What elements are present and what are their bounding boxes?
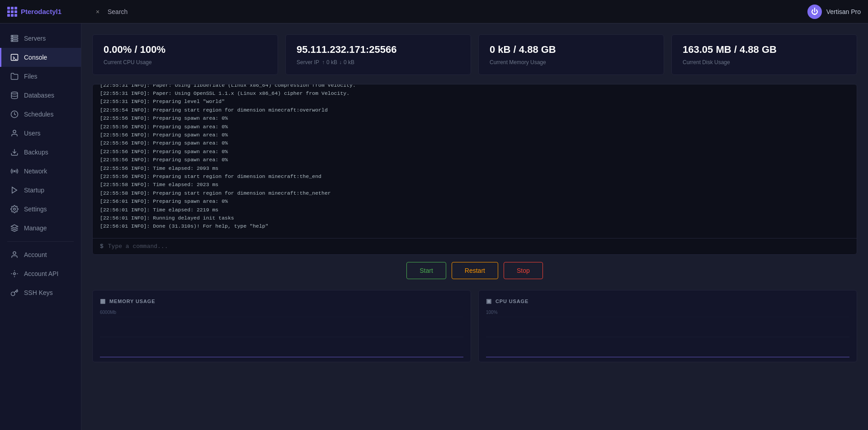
stats-row: 0.00% / 100% Current CPU Usage 95.111.23… bbox=[92, 34, 857, 75]
clock-icon bbox=[10, 110, 19, 118]
close-search-button[interactable]: × bbox=[92, 6, 103, 17]
logo-grid-icon bbox=[7, 7, 17, 17]
backup-icon bbox=[10, 148, 19, 156]
start-button[interactable]: Start bbox=[406, 262, 446, 279]
sidebar-item-account[interactable]: Account bbox=[0, 245, 81, 264]
stat-ip: 95.111.232.171:25566 Server IP ↑ 0 kB ↓ … bbox=[285, 34, 471, 75]
app-logo: Pterodactyl1 bbox=[7, 7, 89, 17]
search-area: × Search bbox=[92, 6, 127, 17]
sidebar-item-account-api[interactable]: Account API bbox=[0, 264, 81, 283]
app-title: Pterodactyl1 bbox=[21, 8, 61, 15]
svg-point-12 bbox=[14, 171, 15, 172]
download-value: 0 kB bbox=[344, 59, 354, 65]
svg-point-3 bbox=[12, 36, 13, 37]
cpu-chart-title: CPU USAGE bbox=[495, 299, 528, 304]
sidebar-item-files[interactable]: Files bbox=[0, 67, 81, 86]
main-layout: Servers Console Files Databases Schedule bbox=[0, 23, 868, 430]
svg-point-4 bbox=[12, 38, 13, 39]
memory-chart-area bbox=[100, 317, 463, 357]
account-icon bbox=[10, 251, 19, 259]
charts-row: ▦ MEMORY USAGE 6000Mb bbox=[92, 290, 857, 362]
network-icon bbox=[10, 167, 19, 175]
search-label: Search bbox=[108, 8, 127, 15]
main-content: 0.00% / 100% Current CPU Usage 95.111.23… bbox=[81, 23, 868, 430]
memory-value: 0 kB / 4.88 GB bbox=[490, 44, 653, 56]
svg-point-16 bbox=[14, 273, 16, 275]
cpu-chart-icon: ▣ bbox=[486, 298, 492, 304]
memory-chart-icon: ▦ bbox=[100, 298, 106, 304]
control-row: Start Restart Stop bbox=[92, 262, 857, 279]
user-name: Vertisan Pro bbox=[826, 8, 861, 15]
sidebar-item-users[interactable]: Users bbox=[0, 124, 81, 143]
restart-button[interactable]: Restart bbox=[452, 262, 498, 279]
svg-point-8 bbox=[11, 92, 18, 94]
manage-icon bbox=[10, 224, 19, 232]
sidebar-item-ssh-keys[interactable]: SSH Keys bbox=[0, 283, 81, 302]
stop-button[interactable]: Stop bbox=[504, 262, 543, 279]
sidebar-item-console[interactable]: Console bbox=[0, 48, 81, 67]
chart-cpu: ▣ CPU USAGE 100% bbox=[478, 290, 857, 362]
sidebar-item-settings[interactable]: Settings bbox=[0, 200, 81, 219]
svg-point-10 bbox=[13, 130, 16, 133]
memory-chart-title: MEMORY USAGE bbox=[109, 299, 156, 304]
stat-cpu: 0.00% / 100% Current CPU Usage bbox=[92, 34, 278, 75]
stat-disk: 163.05 MB / 4.88 GB Current Disk Usage bbox=[671, 34, 857, 75]
sidebar-item-databases[interactable]: Databases bbox=[0, 86, 81, 105]
user-profile: ⏻ Vertisan Pro bbox=[807, 5, 861, 19]
console-input[interactable] bbox=[108, 243, 849, 250]
server-icon bbox=[10, 34, 19, 42]
console-input-row: $ bbox=[93, 238, 857, 254]
sidebar-item-manage[interactable]: Manage bbox=[0, 219, 81, 238]
console-container: ftservices.com', name='PROD'[22:55:21 IN… bbox=[92, 84, 857, 255]
disk-label: Current Disk Usage bbox=[683, 59, 846, 65]
cpu-y-label: 100% bbox=[486, 310, 849, 315]
stat-memory: 0 kB / 4.88 GB Current Memory Usage bbox=[478, 34, 664, 75]
sidebar-item-schedules[interactable]: Schedules bbox=[0, 105, 81, 124]
cpu-chart-area bbox=[486, 317, 849, 357]
cpu-label: Current CPU Usage bbox=[104, 59, 267, 65]
svg-point-14 bbox=[14, 208, 16, 210]
sidebar: Servers Console Files Databases Schedule bbox=[0, 23, 81, 430]
memory-label: Current Memory Usage bbox=[490, 59, 653, 65]
user-avatar-icon: ⏻ bbox=[807, 5, 822, 19]
disk-value: 163.05 MB / 4.88 GB bbox=[683, 44, 846, 56]
cpu-value: 0.00% / 100% bbox=[104, 44, 267, 56]
svg-point-5 bbox=[12, 41, 13, 42]
upload-icon: ↑ bbox=[322, 59, 325, 65]
sidebar-item-network[interactable]: Network bbox=[0, 162, 81, 181]
sidebar-item-backups[interactable]: Backups bbox=[0, 143, 81, 162]
startup-icon bbox=[10, 186, 19, 194]
sidebar-divider bbox=[7, 241, 74, 242]
console-prompt: $ bbox=[100, 243, 104, 250]
terminal-icon bbox=[10, 53, 19, 61]
memory-y-label: 6000Mb bbox=[100, 310, 463, 315]
download-icon: ↓ bbox=[339, 59, 342, 65]
svg-point-15 bbox=[13, 252, 16, 254]
svg-marker-13 bbox=[12, 187, 17, 193]
api-icon bbox=[10, 270, 19, 278]
chart-memory: ▦ MEMORY USAGE 6000Mb bbox=[92, 290, 471, 362]
ip-value: 95.111.232.171:25566 bbox=[297, 44, 460, 56]
console-log: ftservices.com', name='PROD'[22:55:21 IN… bbox=[93, 84, 857, 238]
sidebar-item-startup[interactable]: Startup bbox=[0, 181, 81, 200]
upload-value: 0 kB bbox=[326, 59, 337, 65]
sidebar-item-servers[interactable]: Servers bbox=[0, 29, 81, 48]
database-icon bbox=[10, 91, 19, 99]
topbar: Pterodactyl1 × Search ⏻ Vertisan Pro bbox=[0, 0, 868, 23]
settings-icon bbox=[10, 205, 19, 213]
user-icon bbox=[10, 129, 19, 137]
folder-icon bbox=[10, 72, 19, 80]
ip-label: Server IP ↑ 0 kB ↓ 0 kB bbox=[297, 59, 460, 65]
key-icon bbox=[10, 289, 19, 297]
